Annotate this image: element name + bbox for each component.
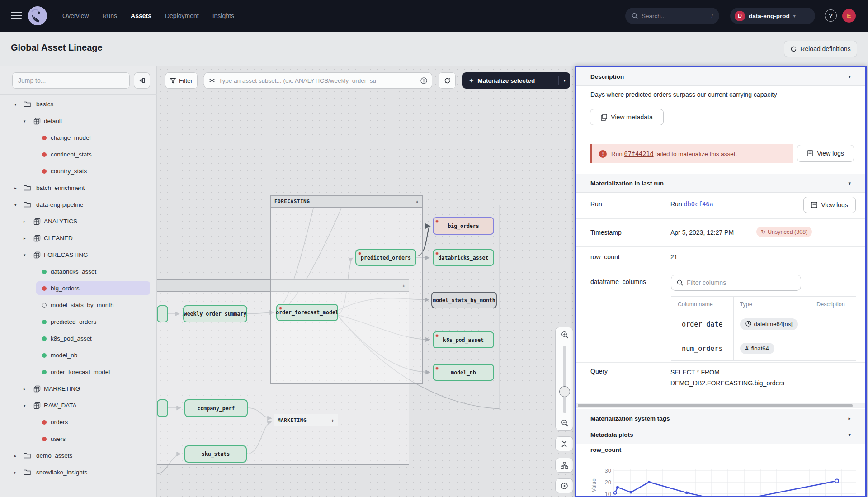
caret-right-icon[interactable]: ▸ <box>24 219 26 224</box>
global-search-input[interactable]: Search... / <box>625 8 719 24</box>
zoom-control <box>555 327 573 431</box>
asset-node-model_stats_by_month[interactable]: model_stats_by_month <box>431 292 497 308</box>
asset-node-partial[interactable] <box>157 399 168 417</box>
sidebar-item-ANALYTICS[interactable]: ▸ANALYTICS <box>0 213 157 230</box>
description-section-header[interactable]: Description ▾ <box>576 67 865 86</box>
query-row-value: SELECT * FROM DEMO_DB2.FORECASTING.big_o… <box>670 367 820 388</box>
sidebar-item-order_forecast_model[interactable]: order_forecast_model <box>0 364 157 380</box>
sidebar-item-MARKETING[interactable]: ▸MARKETING <box>0 380 157 397</box>
sidebar-item-default[interactable]: ▾default <box>0 113 157 129</box>
dagster-logo-icon[interactable] <box>28 6 47 25</box>
sidebar-item-snowflake_insights[interactable]: ▸snowflake_insights <box>0 464 157 481</box>
view-metadata-button[interactable]: View metadata <box>590 109 664 125</box>
expand-group-icon[interactable]: ↕ <box>331 418 334 423</box>
recenter-view-button[interactable] <box>555 478 573 493</box>
asset-node-weekly_order_summary[interactable]: weekly_order_summary <box>183 305 247 322</box>
materialize-selected-button[interactable]: ✦ Materialize selected ▾ <box>462 72 570 89</box>
plot-title: row_count <box>590 446 621 453</box>
caret-down-icon[interactable]: ▾ <box>24 119 26 123</box>
asset-node-order_forecast_model[interactable]: order_forecast_model <box>276 304 338 321</box>
caret-right-icon[interactable]: ▸ <box>14 186 17 190</box>
sidebar-item-demo_assets[interactable]: ▸demo_assets <box>0 447 157 464</box>
run-id-link[interactable]: db0cf46a <box>684 200 713 208</box>
sidebar-item-big_orders[interactable]: big_orders <box>0 280 157 297</box>
folder-icon <box>24 452 31 460</box>
filter-columns-input[interactable]: Filter columns <box>671 275 801 291</box>
sidebar-item-CLEANED[interactable]: ▸CLEANED <box>0 230 157 246</box>
hamburger-menu-icon[interactable] <box>11 12 22 20</box>
sidebar-item-users[interactable]: users <box>0 431 157 447</box>
asset-node-model_nb[interactable]: model_nb <box>433 364 494 381</box>
asset-group-header[interactable]: FORECASTING ↕ <box>271 196 422 208</box>
sidebar-item-k8s_pod_asset[interactable]: k8s_pod_asset <box>0 330 157 347</box>
asset-group-marketing-collapsed[interactable]: MARKETING ↕ <box>274 414 338 426</box>
zoom-in-icon[interactable] <box>561 331 569 339</box>
sidebar-item-orders[interactable]: orders <box>0 414 157 431</box>
caret-right-icon[interactable]: ▸ <box>14 470 17 475</box>
caret-right-icon[interactable]: ▸ <box>14 454 17 458</box>
sidebar-item-FORECASTING[interactable]: ▾FORECASTING <box>0 246 157 263</box>
nav-link-runs[interactable]: Runs <box>102 12 117 19</box>
filter-button[interactable]: Filter <box>165 72 198 89</box>
y-axis-tick: 30 <box>605 467 611 474</box>
deployment-switcher[interactable]: D data-eng-prod ▾ <box>730 8 815 24</box>
asset-node-partial[interactable] <box>157 305 168 322</box>
graph-layout-button[interactable] <box>555 458 573 473</box>
help-icon[interactable]: ? <box>825 9 837 22</box>
asset-node-predicted_orders[interactable]: predicted_orders <box>355 249 416 266</box>
sparkle-icon: ✦ <box>469 77 474 84</box>
caret-right-icon[interactable]: ▸ <box>24 387 26 391</box>
caret-down-icon[interactable]: ▾ <box>14 102 17 107</box>
asset-node-k8s_pod_asset[interactable]: k8s_pod_asset <box>433 331 494 348</box>
collapse-group-icon[interactable]: ↕ <box>415 199 419 204</box>
asset-node-sku_stats[interactable]: sku_stats <box>184 445 247 463</box>
run-id-link[interactable]: 07f4421d <box>624 150 654 157</box>
nav-link-overview[interactable]: Overview <box>62 12 89 19</box>
nav-link-insights[interactable]: Insights <box>212 12 234 19</box>
asset-node-company_perf[interactable]: company_perf <box>184 399 248 417</box>
sidebar-item-country_stats[interactable]: country_stats <box>0 163 157 180</box>
sidebar-item-RAW_DATA[interactable]: ▾RAW_DATA <box>0 397 157 414</box>
collapse-sidebar-button[interactable] <box>134 72 150 89</box>
materialization-section-header[interactable]: Materialization in last run ▾ <box>576 174 865 193</box>
asset-status-dot-red <box>42 420 47 425</box>
view-logs-button[interactable]: View logs <box>797 145 854 162</box>
sidebar-item-model_stats_by_month[interactable]: model_stats_by_month <box>0 297 157 313</box>
sidebar-item-label: model_stats_by_month <box>51 302 114 308</box>
caret-right-icon[interactable]: ▸ <box>24 236 26 241</box>
sidebar-item-change_model[interactable]: change_model <box>0 129 157 146</box>
info-icon[interactable] <box>420 77 427 84</box>
search-icon <box>677 279 683 286</box>
caret-down-icon[interactable]: ▾ <box>14 203 17 207</box>
nav-link-assets[interactable]: Assets <box>131 12 151 19</box>
asset-group-header[interactable]: MARKETING ↕ <box>274 414 338 426</box>
sidebar-item-data-eng-pipeline[interactable]: ▾data-eng-pipeline <box>0 196 157 213</box>
zoom-slider-handle[interactable] <box>559 386 570 397</box>
chevron-down-icon[interactable]: ▾ <box>563 78 566 83</box>
nav-link-deployment[interactable]: Deployment <box>165 12 199 19</box>
asset-subset-input[interactable]: Type an asset subset... (ex: ANALYTICS/w… <box>204 72 432 89</box>
reload-definitions-button[interactable]: Reload definitions <box>784 41 857 57</box>
refresh-graph-button[interactable] <box>439 72 456 89</box>
asset-node-databricks_asset[interactable]: databricks_asset <box>433 249 494 266</box>
zoom-slider-track[interactable] <box>563 346 566 413</box>
sidebar-item-databricks_asset[interactable]: databricks_asset <box>0 263 157 280</box>
user-avatar[interactable]: E <box>842 9 856 23</box>
caret-down-icon[interactable]: ▾ <box>24 253 26 257</box>
view-logs-button[interactable]: View logs <box>803 197 856 213</box>
sidebar-item-continent_stats[interactable]: continent_stats <box>0 146 157 163</box>
sidebar-item-predicted_orders[interactable]: predicted_orders <box>0 313 157 330</box>
jump-to-input[interactable]: Jump to... <box>12 72 130 89</box>
zoom-out-icon[interactable] <box>561 419 569 427</box>
collapse-all-groups-button[interactable] <box>555 436 573 451</box>
caret-down-icon[interactable]: ▾ <box>24 403 26 408</box>
sidebar-item-basics[interactable]: ▾basics <box>0 96 157 113</box>
sidebar-item-model_nb[interactable]: model_nb <box>0 347 157 364</box>
system-tags-section-header[interactable]: Materialization system tags ▸ <box>576 409 865 428</box>
sidebar-item-batch_enrichment[interactable]: ▸batch_enrichment <box>0 180 157 196</box>
asset-node-big_orders[interactable]: big_orders <box>433 217 494 235</box>
horizontal-scrollbar[interactable] <box>576 403 865 408</box>
metadata-plots-section-header[interactable]: Metadata plots ▾ <box>576 426 865 444</box>
scrollbar-thumb[interactable] <box>578 404 853 407</box>
divider <box>576 402 865 402</box>
